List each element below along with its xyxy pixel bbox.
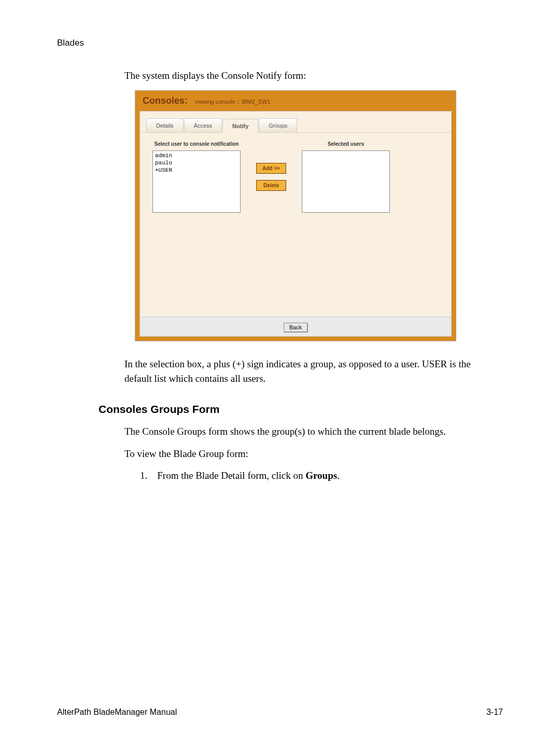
groups-desc-text: The Console Groups form shows the group(…: [124, 424, 498, 439]
back-button[interactable]: Back: [284, 323, 307, 332]
tab-access[interactable]: Access: [184, 118, 222, 133]
step-1-suffix: .: [337, 470, 340, 481]
tab-notify[interactable]: Notify: [222, 119, 258, 133]
list-item[interactable]: admin: [155, 153, 238, 160]
middle-buttons: Add >> Delete: [256, 140, 286, 191]
after-screenshot-text: In the selection box, a plus (+) sign in…: [124, 357, 498, 386]
list-item[interactable]: paulo: [155, 160, 238, 167]
right-column: Selected users: [302, 140, 390, 213]
screenshot-footer-bar: Back: [140, 316, 451, 336]
tab-row: Details Access Notify Groups: [140, 112, 451, 133]
screenshot-header: Consoles: viewing console :: IBM2_SW1: [135, 91, 456, 109]
step-1: 1. From the Blade Detail form, click on …: [140, 468, 493, 483]
delete-button[interactable]: Delete: [256, 180, 286, 191]
screenshot-wrap: Consoles: viewing console :: IBM2_SW1 De…: [135, 90, 456, 341]
left-column: Select user to console notification admi…: [152, 140, 241, 213]
screenshot-inner-panel: Details Access Notify Groups Select user…: [139, 111, 452, 337]
step-1-bold: Groups: [305, 470, 337, 481]
consoles-groups-heading: Consoles Groups Form: [99, 401, 503, 418]
tab-details[interactable]: Details: [146, 118, 184, 133]
right-col-label: Selected users: [302, 140, 390, 147]
step-1-prefix: 1. From the Blade Detail form, click on: [140, 470, 305, 481]
screenshot-title: Consoles:: [143, 94, 188, 108]
list-item[interactable]: +USER: [155, 167, 238, 174]
screenshot-body: Select user to console notification admi…: [140, 133, 451, 316]
selected-users-listbox[interactable]: [302, 150, 390, 213]
intro-text: The system displays the Console Notify f…: [124, 68, 498, 84]
footer-right: 3-17: [486, 706, 503, 718]
footer-left: AlterPath BladeManager Manual: [57, 706, 177, 718]
view-blade-group-text: To view the Blade Group form:: [124, 447, 498, 462]
screenshot-panel: Consoles: viewing console :: IBM2_SW1 De…: [135, 90, 456, 341]
screenshot-subtitle: viewing console :: IBM2_SW1: [195, 98, 271, 106]
section-label: Blades: [57, 36, 503, 50]
page-footer: AlterPath BladeManager Manual 3-17: [57, 706, 503, 718]
tab-groups[interactable]: Groups: [259, 118, 297, 133]
add-button[interactable]: Add >>: [256, 163, 286, 174]
left-col-label: Select user to console notification: [152, 140, 241, 147]
available-users-listbox[interactable]: admin paulo +USER: [152, 150, 241, 213]
